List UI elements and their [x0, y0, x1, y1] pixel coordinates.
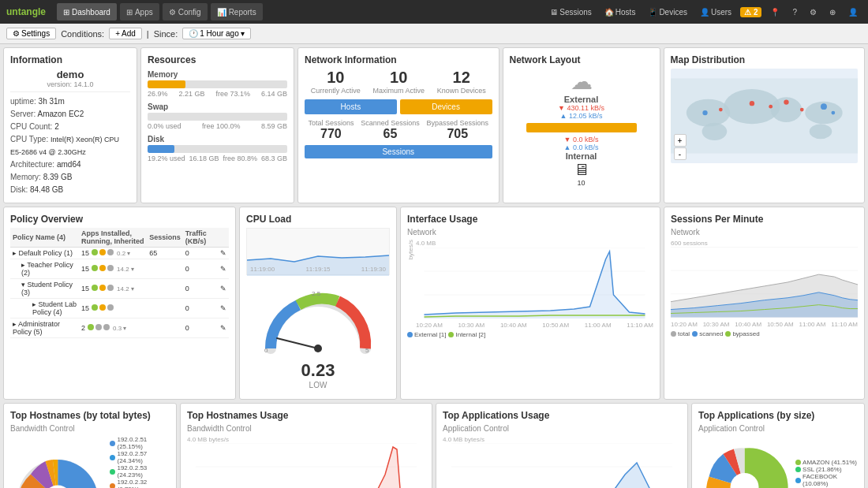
top-hostnames-usage-title: Top Hostnames Usage: [187, 410, 425, 421]
since-label: |: [147, 29, 149, 39]
svg-marker-25: [425, 251, 645, 319]
nav-apps[interactable]: ⊞ Apps: [120, 3, 159, 20]
devices-button[interactable]: Devices: [400, 99, 492, 114]
hostname: demo: [10, 69, 130, 80]
map-visual: + -: [671, 69, 859, 163]
interface-usage-card: Interface Usage Network bytes/s 4.0 MB: [400, 207, 660, 400]
traffic-up: ▲ 12.05 kB/s: [560, 112, 603, 120]
resources-card: Resources Memory 26.9% 2.21 GB free 73.1…: [140, 47, 294, 203]
nav-expand[interactable]: ⊕: [825, 6, 840, 18]
zoom-out-button[interactable]: -: [674, 147, 687, 160]
zoom-in-button[interactable]: +: [674, 134, 687, 147]
svg-point-13: [718, 108, 722, 112]
col-action: [218, 228, 229, 248]
nav-users[interactable]: 👤 Users: [696, 6, 735, 18]
nav-reports[interactable]: 📊 Reports: [211, 3, 263, 20]
netlayout-inner: ☁ External ▼ 430.11 kB/s ▲ 12.05 kB/s ▼ …: [510, 69, 653, 187]
policy-edit[interactable]: ✎: [218, 319, 229, 338]
pie-container: 192.0.2.51 (25.15%) 192.0.2.57 (24.34%) …: [10, 436, 170, 488]
legend-bypassed: bypassed: [725, 330, 759, 337]
nav-help[interactable]: ?: [788, 6, 801, 18]
currently-active-stat: 10 Currently Active: [311, 69, 361, 95]
apps-pie-legend: AMAZON (41.51%) SSL (21.86%) FACEBOOK (1…: [795, 459, 858, 488]
alert-badge[interactable]: ⚠ 2: [740, 7, 761, 17]
navbar-left: untangle ⊞ Dashboard ⊞ Apps ⚙ Config 📊 R…: [6, 3, 263, 20]
internal-count: 10: [577, 179, 585, 187]
top-hostnames-card: Top Hostnames (by total bytes) Bandwidth…: [3, 403, 177, 488]
policy-apps: 15 14.2 ▾: [79, 259, 147, 279]
nav-sessions[interactable]: 🖥 Sessions: [546, 6, 596, 18]
add-button[interactable]: + Add: [109, 28, 142, 39]
map-zoom-controls: + -: [674, 134, 687, 160]
policy-traffic: 0: [183, 248, 218, 259]
policy-edit[interactable]: ✎: [218, 279, 229, 299]
time-filter[interactable]: 🕐 1 Hour ago ▾: [182, 28, 250, 39]
toolbar: ⚙ Settings Conditions: + Add | Since: 🕐 …: [0, 24, 868, 44]
table-row: ▾ Student Policy (3) 15 14.2 ▾ 0 ✎: [10, 279, 229, 299]
navbar: untangle ⊞ Dashboard ⊞ Apps ⚙ Config 📊 R…: [0, 0, 868, 24]
interface-chart-svg: [416, 248, 653, 319]
settings-button[interactable]: ⚙ Settings: [6, 28, 56, 39]
table-row: ▸ Administrator Policy (5) 2 0.3 ▾ 0 ✎: [10, 319, 229, 338]
policy-edit[interactable]: ✎: [218, 299, 229, 319]
policy-edit[interactable]: ✎: [218, 259, 229, 279]
legend-internal: Internal [2]: [448, 331, 485, 338]
nav-config[interactable]: ⚙ Config: [163, 3, 208, 20]
nav-settings-icon[interactable]: ⚙: [806, 6, 821, 18]
internal-traffic-up: ▲ 0.0 kB/s: [564, 143, 599, 151]
hosts-button[interactable]: Hosts: [305, 99, 397, 114]
traffic-down: ▼ 430.11 kB/s: [558, 104, 604, 112]
cpu-gauge-container: 0 2.5 5 0.23 LOW: [246, 278, 390, 393]
nav-user[interactable]: 👤: [844, 6, 862, 18]
nav-location[interactable]: 📍: [766, 6, 784, 18]
known-devices-stat: 12 Known Devices: [437, 69, 486, 95]
nav-dashboard[interactable]: ⊞ Dashboard: [57, 3, 117, 20]
svg-point-10: [799, 108, 803, 112]
policy-name: ▸ Administrator Policy (5): [10, 319, 79, 338]
table-row: ▸ Teacher Policy (2) 15 14.2 ▾ 0 ✎: [10, 259, 229, 279]
svg-text:2.5: 2.5: [312, 290, 321, 297]
table-row: ▸ Student Lab Policy (4) 15 0 ✎: [10, 299, 229, 319]
nav-devices[interactable]: 📱 Devices: [644, 6, 691, 18]
interface-y-label: bytes/s: [407, 240, 414, 259]
cpu-title: CPU Load: [246, 214, 390, 225]
sessions-button[interactable]: Sessions: [305, 145, 492, 158]
pie-legend: 192.0.2.51 (25.15%) 192.0.2.57 (24.34%) …: [110, 436, 170, 488]
svg-point-11: [821, 103, 827, 110]
map-distribution-card: Map Distribution: [664, 47, 866, 203]
main-content: Information demo version: 14.1.0 uptime:…: [0, 44, 868, 488]
interface-legend: External [1] Internal [2]: [407, 331, 653, 338]
nav-hosts[interactable]: 🏠 Hosts: [600, 6, 640, 18]
top-apps-size-title: Top Applications (by size): [698, 410, 858, 421]
cpu-gauge-svg: 0 2.5 5: [255, 281, 381, 360]
logo: untangle: [6, 6, 46, 17]
svg-point-17: [314, 345, 322, 352]
memory-label: Memory: [148, 70, 287, 79]
navbar-right: 🖥 Sessions 🏠 Hosts 📱 Devices 👤 Users ⚠ 2…: [546, 6, 862, 18]
version: version: 14.1.0: [10, 80, 130, 88]
svg-point-14: [702, 110, 707, 115]
external-label: External: [564, 95, 598, 104]
maximum-active-stat: 10 Maximum Active: [372, 69, 425, 95]
policy-name: ▾ Student Policy (3): [10, 279, 79, 299]
policy-name: ▸ Student Lab Policy (4): [10, 299, 79, 319]
svg-point-12: [831, 111, 835, 115]
top-apps-usage-card: Top Applications Usage Application Contr…: [436, 403, 688, 488]
router-icon: 🖥: [574, 161, 589, 179]
policy-edit[interactable]: ✎: [218, 248, 229, 259]
svg-text:5: 5: [365, 347, 369, 354]
swap-stats: 0.0% used free 100.0% 8.59 GB: [148, 122, 287, 130]
policy-table: Policy Name (4) Apps Installed, Running,…: [10, 228, 229, 338]
swap-label: Swap: [148, 102, 287, 111]
svg-text:0: 0: [264, 347, 268, 354]
netinfo-buttons: Hosts Devices: [305, 99, 492, 114]
info-rows: uptime: 3h 31m Server: Amazon EC2 CPU Co…: [10, 95, 130, 196]
network-layout-card: Network Layout ☁ External ▼ 430.11 kB/s …: [503, 47, 660, 203]
top-apps-usage-title: Top Applications Usage: [443, 410, 681, 421]
disk-label: Disk: [148, 135, 287, 143]
total-sessions-stat: Total Sessions 770: [308, 119, 354, 141]
netlayout-title: Network Layout: [510, 54, 653, 65]
top-hostnames-usage-card: Top Hostnames Usage Bandwidth Control 4.…: [180, 403, 432, 488]
tophosts-y-label: 4.0 MB bytes/s: [187, 436, 425, 443]
legend-total: total: [671, 330, 690, 337]
